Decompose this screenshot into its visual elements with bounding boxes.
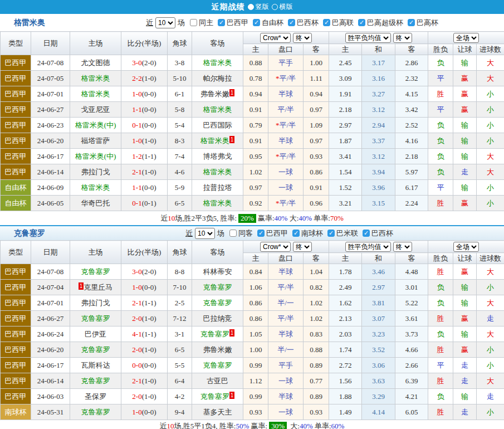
home-team-name: 弗拉门戈 (81, 299, 110, 307)
fulltime-score: 2-0 (132, 314, 141, 323)
corner-cell: 6-1 (168, 86, 192, 102)
sub-column-header: 主 (243, 253, 268, 264)
scope-select[interactable]: 全场 (453, 242, 479, 252)
avg-home-cell: 2.49 (329, 280, 362, 295)
result-cell: 负 (428, 280, 453, 295)
avg-draw-cell: 3.16 (362, 71, 395, 86)
league-label: 巴米联 (336, 228, 358, 238)
score-cell: 1-2(1-1) (121, 149, 168, 164)
matches-table: 类型日期主场比分(半场)角球客场Crow*终胜平负均值终全场主盘口客主和客胜负让… (0, 31, 504, 211)
goals-result-cell: 大 (477, 55, 504, 71)
avg-away-cell: 3.42 (395, 102, 428, 118)
same-side-checkbox[interactable] (190, 19, 197, 26)
league-checkbox[interactable] (257, 230, 265, 237)
odds-away-cell: 1.04 (304, 264, 329, 280)
handicap-cell: 一球 (268, 164, 304, 180)
avg-home-cell: 2.13 (329, 311, 362, 326)
radio-horizontal-icon[interactable] (272, 4, 278, 10)
league-type-cell: 巴西甲 (1, 102, 31, 118)
handicap-result-cell: 走 (453, 164, 477, 180)
handicap-cell: 平手 (268, 358, 304, 373)
card-badge: 1 (79, 282, 84, 290)
league-label: 自由杯 (262, 18, 283, 28)
near-label: 近 (146, 18, 153, 28)
odds-away-cell: 0.86 (304, 164, 329, 180)
same-side-checkbox[interactable] (229, 230, 237, 237)
games-label: 场 (178, 18, 185, 28)
score-cell: 2-1(1-0) (121, 164, 168, 180)
odds-away-cell: 0.77 (304, 373, 329, 389)
league-filters: 巴西甲自由杯巴西杯巴高联巴高超级杯巴高杯 (214, 18, 439, 28)
corner-cell: 8-8 (168, 264, 192, 280)
scope-select[interactable]: 全场 (453, 33, 479, 43)
league-checkbox[interactable] (288, 19, 295, 26)
column-header: 类型 (1, 241, 31, 264)
avg-away-cell: 2.86 (395, 55, 428, 71)
score-cell: 2-0(1-0) (121, 342, 168, 358)
avg-home-cell: 1.88 (329, 389, 362, 404)
radio-vertical-icon[interactable] (248, 4, 254, 10)
corner-cell: 3-1 (168, 326, 192, 342)
avg-odds-select[interactable]: 胜平负均值 (345, 33, 391, 43)
league-checkbox[interactable] (408, 19, 415, 26)
filter-bar: 近 10 场 同主 巴西甲自由杯巴西杯巴高联巴高超级杯巴高杯 (146, 17, 439, 28)
table-row: 巴西甲24-06-14克鲁塞罗2-1(1-0)6-4古亚巴1.12一球0.771… (1, 373, 504, 389)
away-team-cell: 弗鲁米嫩1 (192, 86, 243, 102)
avg-final-select[interactable]: 终 (393, 33, 412, 43)
league-checkbox[interactable] (363, 230, 370, 237)
recent-count-select[interactable]: 10 (195, 228, 215, 239)
away-team-name: 博塔弗戈 (203, 152, 232, 160)
sub-column-header: 进球数 (477, 253, 504, 264)
result-cell: 平 (428, 180, 453, 196)
odds-company-select[interactable]: Crow* (260, 242, 291, 252)
goals-result-cell: 小 (477, 180, 504, 196)
avg-odds-select[interactable]: 胜平负均值 (345, 242, 391, 252)
handicap-cell: 平/半 (268, 311, 304, 326)
date-cell: 24-07-01 (31, 295, 70, 311)
odds-final-select[interactable]: 终 (293, 242, 312, 252)
league-checkbox[interactable] (292, 230, 300, 237)
handicap-cell: 半/一 (268, 295, 304, 311)
league-checkbox[interactable] (323, 19, 330, 26)
away-team-cell: 拉普拉塔 (192, 180, 243, 196)
league-checkbox[interactable] (327, 230, 335, 237)
layout-option-horizontal[interactable]: 横版 (272, 2, 293, 12)
summary-segment: 赢率: (249, 421, 267, 429)
odds-header-group: Crow*终 (243, 241, 329, 253)
card-badge: 1 (229, 136, 235, 143)
avg-away-cell: 2.24 (395, 196, 428, 211)
home-team-name: 克鲁塞罗 (81, 408, 110, 416)
result-cell: 胜 (428, 86, 453, 102)
home-team-name: 格雷米奥 (81, 183, 110, 192)
handicap-text: 半/一 (277, 345, 294, 354)
odds-away-cell: 0.89 (304, 358, 329, 373)
handicap-cell: 一球 (268, 373, 304, 389)
same-side-label: 同主 (199, 18, 213, 28)
league-checkbox[interactable] (358, 19, 365, 26)
avg-draw-cell: 4.14 (362, 404, 395, 420)
odds-final-select[interactable]: 终 (293, 33, 312, 43)
recent-count-select[interactable]: 10 (155, 17, 175, 28)
summary-segment: 单率: (312, 213, 330, 223)
fulltime-score: 0-1 (132, 199, 141, 207)
avg-final-select[interactable]: 终 (393, 242, 412, 252)
handicap-text: 一球 (278, 168, 293, 176)
away-team-name: 格雷米奥 (200, 136, 229, 145)
away-team-name: 弗鲁米嫩 (200, 90, 229, 98)
away-team-name: 克鲁塞罗 (200, 392, 229, 401)
date-cell: 24-07-08 (31, 55, 70, 71)
layout-option-vertical[interactable]: 竖版 (248, 2, 269, 12)
result-cell: 负 (428, 164, 453, 180)
league-checkbox[interactable] (218, 19, 225, 26)
fulltime-score: 1-1 (132, 105, 141, 114)
rate-badge: 30% (269, 422, 287, 429)
sub-column-header: 胜负 (428, 44, 453, 55)
summary-segment: 60% (331, 422, 345, 429)
column-header: 比分(半场) (121, 32, 168, 55)
league-checkbox[interactable] (253, 19, 260, 26)
goals-result-cell: 小 (477, 358, 504, 373)
away-team-name: 克鲁塞罗 (203, 361, 232, 369)
same-side-label: 同客 (238, 228, 253, 238)
odds-company-select[interactable]: Crow* (260, 33, 291, 43)
handicap-cell: 半球 (268, 264, 304, 280)
